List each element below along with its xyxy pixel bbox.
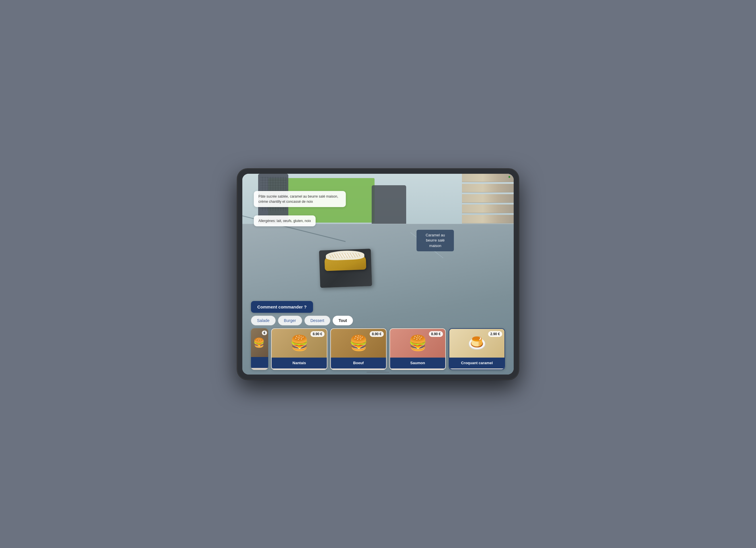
partial-price-badge: € bbox=[262, 330, 267, 335]
boeuf-label: Boeuf bbox=[331, 357, 386, 368]
partial-item-image: 🍔 € bbox=[251, 328, 268, 357]
menu-item-partial[interactable]: 🍔 € bbox=[251, 328, 268, 370]
filter-tab-dessert[interactable]: Dessert bbox=[304, 316, 330, 325]
filter-tab-burger[interactable]: Burger bbox=[278, 316, 302, 325]
boeuf-price: 8.90 € bbox=[370, 331, 384, 337]
croquant-price: 2.90 € bbox=[488, 331, 502, 337]
bottom-panel: Comment commander ? Salade Burger Desser… bbox=[242, 290, 514, 374]
wood-slat-2 bbox=[462, 184, 514, 193]
nantais-label: Nantais bbox=[272, 357, 327, 368]
description-box: Pâte sucrée sablée, caramel au beurre sa… bbox=[254, 191, 346, 207]
slate-board bbox=[319, 249, 372, 288]
partial-item-label bbox=[251, 357, 268, 368]
home-indicator[interactable] bbox=[367, 372, 389, 373]
croquant-label: Croquant caramel bbox=[449, 357, 504, 368]
tab-dessert-label: Dessert bbox=[310, 318, 324, 323]
saumon-price: 8.90 € bbox=[429, 331, 443, 337]
menu-item-boeuf[interactable]: 🍔 8.90 € Boeuf bbox=[330, 328, 387, 370]
allergens-box: Allergènes: lait, oeufs, gluten, noix bbox=[254, 216, 316, 226]
tab-burger-label: Burger bbox=[284, 318, 296, 323]
tablet-frame: Caramel au beurre salé maison Pâte sucré… bbox=[237, 169, 519, 380]
boeuf-image: 🍔 8.90 € bbox=[331, 329, 386, 357]
tab-salade-label: Salade bbox=[257, 318, 270, 323]
nantais-price: 8.90 € bbox=[310, 331, 325, 337]
wood-slat-4 bbox=[462, 205, 514, 213]
menu-item-saumon[interactable]: 🍔 8.90 € Saumon bbox=[389, 328, 446, 370]
boeuf-emoji: 🍔 bbox=[349, 334, 368, 352]
saumon-image: 🍔 8.90 € bbox=[390, 329, 445, 357]
nantais-image: 🍔 8.90 € bbox=[272, 329, 327, 357]
description-text: Pâte sucrée sablée, caramel au beurre sa… bbox=[258, 195, 338, 204]
allergens-text: Allergènes: lait, oeufs, gluten, noix bbox=[258, 219, 311, 223]
tab-tout-label: Tout bbox=[339, 318, 347, 323]
menu-item-croquant-caramel[interactable]: 🍮 2.90 € Croquant caramel bbox=[449, 328, 505, 370]
filter-tab-tout[interactable]: Tout bbox=[333, 316, 353, 325]
how-to-order-button[interactable]: Comment commander ? bbox=[251, 301, 313, 313]
filter-tab-salade[interactable]: Salade bbox=[251, 316, 276, 325]
croquant-image: 🍮 2.90 € bbox=[449, 329, 504, 357]
wood-slat-5 bbox=[462, 215, 514, 224]
saumon-label: Saumon bbox=[390, 357, 445, 368]
how-to-order-label: Comment commander ? bbox=[257, 304, 307, 309]
wood-slat-1 bbox=[462, 174, 514, 182]
nantais-emoji: 🍔 bbox=[290, 334, 309, 352]
food-display bbox=[317, 244, 374, 290]
menu-items-row: 🍔 € 🍔 8.90 € Nantais bbox=[251, 328, 505, 370]
wood-slat-3 bbox=[462, 194, 514, 203]
annotation-tooltip: Caramel au beurre salé maison bbox=[417, 230, 454, 251]
saumon-emoji: 🍔 bbox=[408, 334, 427, 352]
camera-dot bbox=[509, 176, 510, 178]
filter-tabs-container: Salade Burger Dessert Tout bbox=[251, 316, 505, 325]
annotation-label: Caramel au beurre salé maison bbox=[426, 233, 445, 248]
eclair-base bbox=[324, 255, 366, 271]
tablet-screen: Caramel au beurre salé maison Pâte sucré… bbox=[242, 174, 514, 374]
croquant-emoji: 🍮 bbox=[468, 334, 486, 352]
partial-emoji: 🍔 bbox=[253, 337, 265, 348]
menu-item-nantais[interactable]: 🍔 8.90 € Nantais bbox=[271, 328, 327, 370]
